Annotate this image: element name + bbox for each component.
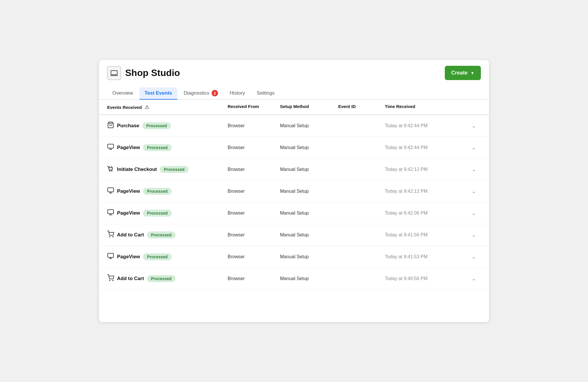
expand-chevron[interactable]: ⌄ xyxy=(466,144,481,151)
event-name: Initiate Checkout Processed xyxy=(107,165,228,174)
table-row[interactable]: PageView Processed Browser Manual Setup … xyxy=(99,246,489,268)
event-type-icon xyxy=(107,231,114,239)
event-name-text: PageView xyxy=(117,254,140,260)
time-received-cell: Today at 9:42:12 PM xyxy=(385,167,466,172)
table-row[interactable]: PageView Processed Browser Manual Setup … xyxy=(99,137,489,159)
expand-chevron[interactable]: ⌄ xyxy=(466,166,481,173)
table-body: Purchase Processed Browser Manual Setup … xyxy=(99,115,489,290)
event-name-text: PageView xyxy=(117,145,140,151)
event-type-icon xyxy=(107,274,114,283)
table-row[interactable]: PageView Processed Browser Manual Setup … xyxy=(99,202,489,224)
create-button[interactable]: Create ▼ xyxy=(445,66,481,80)
table-header: Events Received ⚠ Received From Setup Me… xyxy=(99,100,489,115)
event-name-text: Add to Cart xyxy=(117,276,144,282)
event-type-icon xyxy=(107,187,114,196)
expand-chevron[interactable]: ⌄ xyxy=(466,210,481,216)
header: Shop Studio Create ▼ xyxy=(99,60,489,80)
svg-rect-2 xyxy=(108,144,114,148)
event-name-text: PageView xyxy=(117,210,140,216)
event-type-icon xyxy=(107,209,114,217)
setup-method-cell: Manual Setup xyxy=(280,123,338,128)
table-row[interactable]: Purchase Processed Browser Manual Setup … xyxy=(99,115,489,137)
event-name-text: Add to Cart xyxy=(117,232,144,238)
tab-settings[interactable]: Settings xyxy=(252,87,280,100)
processed-badge: Processed xyxy=(143,210,172,217)
expand-chevron[interactable]: ⌄ xyxy=(466,275,481,282)
expand-chevron[interactable]: ⌄ xyxy=(466,254,481,260)
processed-badge: Processed xyxy=(160,166,189,173)
received-from-cell: Browser xyxy=(228,211,280,216)
time-received-cell: Today at 9:42:44 PM xyxy=(385,145,466,150)
processed-badge: Processed xyxy=(143,188,172,195)
received-from-cell: Browser xyxy=(228,167,280,172)
received-from-cell: Browser xyxy=(228,189,280,194)
table-row[interactable]: Initiate Checkout Processed Browser Manu… xyxy=(99,159,489,181)
time-received-cell: Today at 9:40:56 PM xyxy=(385,276,466,281)
tab-diagnostics[interactable]: Diagnostics 2 xyxy=(178,87,223,100)
laptop-icon xyxy=(110,69,118,77)
svg-rect-7 xyxy=(108,188,114,192)
event-name-text: Initiate Checkout xyxy=(117,167,157,172)
warning-icon: ⚠ xyxy=(145,104,149,110)
brand: Shop Studio xyxy=(107,66,180,80)
event-id-col: Event ID xyxy=(338,104,385,110)
processed-badge: Processed xyxy=(143,253,172,260)
processed-badge: Processed xyxy=(147,231,176,238)
setup-method-cell: Manual Setup xyxy=(280,145,338,150)
events-received-col: Events Received ⚠ xyxy=(107,104,228,110)
table-row[interactable]: Add to Cart Processed Browser Manual Set… xyxy=(99,268,489,290)
received-from-cell: Browser xyxy=(228,145,280,150)
tab-history[interactable]: History xyxy=(224,87,250,100)
brand-icon xyxy=(107,66,121,80)
event-name: Add to Cart Processed xyxy=(107,231,228,239)
svg-rect-15 xyxy=(108,253,114,257)
svg-point-5 xyxy=(109,171,110,171)
setup-method-col: Setup Method xyxy=(280,104,338,110)
expand-chevron[interactable]: ⌄ xyxy=(466,232,481,238)
table-row[interactable]: Add to Cart Processed Browser Manual Set… xyxy=(99,224,489,246)
brand-title: Shop Studio xyxy=(125,68,180,78)
table-row[interactable]: PageView Processed Browser Manual Setup … xyxy=(99,181,489,202)
svg-rect-10 xyxy=(108,210,114,214)
received-from-cell: Browser xyxy=(228,232,280,238)
event-name-text: PageView xyxy=(117,188,140,194)
received-from-cell: Browser xyxy=(228,276,280,281)
app-container: Shop Studio Create ▼ Overview Test Event… xyxy=(99,60,489,322)
event-name: PageView Processed xyxy=(107,252,228,261)
expand-col-header xyxy=(466,104,481,110)
processed-badge: Processed xyxy=(142,122,171,129)
event-name: PageView Processed xyxy=(107,143,228,152)
setup-method-cell: Manual Setup xyxy=(280,276,338,281)
diagnostics-badge: 2 xyxy=(212,90,218,96)
svg-rect-0 xyxy=(111,70,117,75)
setup-method-cell: Manual Setup xyxy=(280,211,338,216)
received-from-cell: Browser xyxy=(228,254,280,259)
svg-point-13 xyxy=(109,236,110,237)
svg-point-18 xyxy=(109,280,110,281)
event-name: Add to Cart Processed xyxy=(107,274,228,283)
tabs-bar: Overview Test Events Diagnostics 2 Histo… xyxy=(99,82,489,100)
setup-method-cell: Manual Setup xyxy=(280,167,338,172)
svg-point-14 xyxy=(113,236,113,237)
setup-method-cell: Manual Setup xyxy=(280,254,338,259)
create-button-label: Create xyxy=(451,70,467,76)
time-received-cell: Today at 9:41:56 PM xyxy=(385,232,466,238)
time-received-cell: Today at 9:41:53 PM xyxy=(385,254,466,259)
event-type-icon xyxy=(107,143,114,152)
event-name: Purchase Processed xyxy=(107,121,228,130)
processed-badge: Processed xyxy=(143,144,172,151)
tab-test-events[interactable]: Test Events xyxy=(139,87,177,100)
event-name-text: Purchase xyxy=(117,123,139,129)
setup-method-cell: Manual Setup xyxy=(280,232,338,238)
setup-method-cell: Manual Setup xyxy=(280,189,338,194)
event-type-icon xyxy=(107,165,114,174)
expand-chevron[interactable]: ⌄ xyxy=(466,123,481,129)
event-type-icon xyxy=(107,252,114,261)
svg-point-19 xyxy=(113,280,113,281)
expand-chevron[interactable]: ⌄ xyxy=(466,188,481,194)
event-name: PageView Processed xyxy=(107,187,228,196)
processed-badge: Processed xyxy=(147,275,176,282)
tab-overview[interactable]: Overview xyxy=(107,87,138,100)
time-received-cell: Today at 9:42:44 PM xyxy=(385,123,466,128)
time-received-cell: Today at 9:42:12 PM xyxy=(385,189,466,194)
